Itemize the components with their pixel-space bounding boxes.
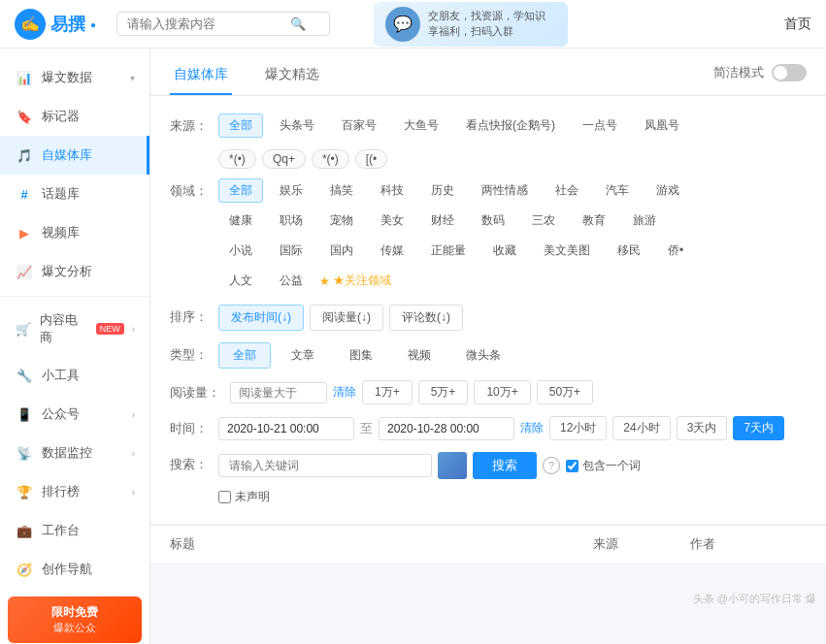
domain-btn-gongyi[interactable]: 公益	[269, 269, 314, 293]
source-btn-fenghuang[interactable]: 凤凰号	[634, 113, 690, 138]
read-btn-10w[interactable]: 10万+	[474, 380, 530, 404]
time-to-input[interactable]	[379, 417, 514, 440]
source-btn-baijia[interactable]: 百家号	[331, 113, 387, 138]
sidebar-item-zi-mei-ti-ku[interactable]: 🎵 自媒体库	[0, 136, 149, 175]
help-icon[interactable]: ?	[543, 457, 560, 474]
tab-zi-mei-ti-ku[interactable]: 自媒体库	[170, 60, 232, 95]
domain-btn-guonei[interactable]: 国内	[319, 239, 364, 263]
domain-btn-shuma[interactable]: 数码	[471, 209, 515, 233]
read-count-input[interactable]	[230, 382, 327, 403]
sidebar-item-xiao-gong-ju[interactable]: 🔧 小工具	[0, 356, 149, 395]
read-btn-1w[interactable]: 1万+	[362, 380, 413, 404]
no-claim-checkbox[interactable]: 未声明	[218, 489, 270, 505]
promo-banner[interactable]: 限时免费 爆款公众	[8, 596, 142, 643]
domain-btn-caijing[interactable]: 财经	[420, 209, 465, 233]
sidebar-item-bao-wen-shuju[interactable]: 📊 爆文数据 ▾	[0, 58, 149, 97]
source-btn-kandian[interactable]: 看点快报(企鹅号)	[455, 113, 566, 138]
time-clear-btn[interactable]: 清除	[520, 420, 544, 436]
include-one-word-checkbox[interactable]: 包含一个词	[566, 458, 641, 474]
type-btn-article[interactable]: 文章	[277, 342, 329, 369]
domain-btn-all[interactable]: 全部	[218, 178, 263, 203]
sidebar-item-biao-ji-qi[interactable]: 🔖 标记器	[0, 97, 149, 136]
read-btn-5w[interactable]: 5万+	[418, 380, 469, 404]
domain-btn-yimin[interactable]: 移民	[607, 239, 651, 263]
time-btn-12h[interactable]: 12小时	[549, 416, 607, 440]
domain-btn-chongwu[interactable]: 宠物	[319, 209, 364, 233]
tab-bao-wen-jing-xuan[interactable]: 爆文精选	[261, 60, 323, 95]
source-tag-bi[interactable]: [(•	[355, 149, 388, 169]
domain-btn-xiaoqu[interactable]: 小说	[218, 239, 263, 263]
domain-btn-guoji[interactable]: 国际	[269, 239, 314, 263]
domain-btn-meiwen[interactable]: 美文美图	[533, 239, 601, 263]
header-search-input[interactable]	[127, 16, 282, 31]
domain-btn-jiaoyu[interactable]: 教育	[572, 209, 616, 233]
nav-home[interactable]: 首页	[784, 16, 811, 31]
source-btn-yidian[interactable]: 一点号	[572, 113, 628, 138]
domain-btn-yule[interactable]: 娱乐	[269, 178, 314, 203]
type-btn-photo[interactable]: 图集	[335, 342, 387, 369]
filter-panel: 来源： 全部 头条号 百家号 大鱼号 看点快报(企鹅号) 一点号 凤凰号 *(•…	[150, 96, 826, 523]
sort-btn-publish-time[interactable]: 发布时间(↓)	[218, 305, 304, 331]
source-btn-all[interactable]: 全部	[218, 113, 263, 138]
domain-btn-shoucang[interactable]: 收藏	[482, 239, 527, 263]
type-btn-video[interactable]: 视频	[393, 342, 446, 369]
table-header: 标题 来源 作者	[150, 525, 826, 563]
read-btn-50w[interactable]: 50万+	[537, 380, 593, 404]
watermark-area: 头条 @小可的写作日常 爆	[150, 563, 826, 611]
sidebar-item-shi-pin-ku[interactable]: ▶ 视频库	[0, 213, 149, 252]
time-from-input[interactable]	[218, 417, 354, 440]
search-color-picker[interactable]	[438, 452, 467, 479]
domain-btn-gaoxiao[interactable]: 搞笑	[319, 178, 364, 203]
source-btn-dayu[interactable]: 大鱼号	[393, 113, 449, 138]
read-clear-btn[interactable]: 清除	[333, 384, 356, 401]
no-claim-input[interactable]	[218, 491, 231, 503]
source-tag-wx[interactable]: *(•)	[218, 149, 256, 169]
domain-btn-shehui[interactable]: 社会	[545, 178, 589, 203]
sidebar-item-hua-ti-ku[interactable]: # 话题库	[0, 175, 149, 213]
time-btn-7d[interactable]: 7天内	[733, 416, 784, 440]
type-btn-weidoutiao[interactable]: 微头条	[451, 342, 515, 369]
sidebar-item-bao-wen-fenxi[interactable]: 📈 爆文分析	[0, 252, 149, 291]
sidebar-item-gong-zhong-hao[interactable]: 📱 公众号 ›	[0, 395, 149, 434]
domain-btn-renwen[interactable]: 人文	[218, 269, 263, 293]
search-button[interactable]: 搜索	[473, 452, 537, 479]
source-btn-toutiao[interactable]: 头条号	[269, 113, 325, 138]
sort-btn-comment-count[interactable]: 评论数(↓)	[389, 305, 463, 331]
domain-btn-sannong[interactable]: 三农	[521, 209, 566, 233]
domain-btn-zhichang[interactable]: 职场	[269, 209, 314, 233]
domain-btn-liangsex[interactable]: 两性情感	[471, 178, 539, 203]
simple-mode-toggle[interactable]: 简洁模式	[713, 64, 807, 91]
domain-options3: 小说 国际 国内 传媒 正能量 收藏 美文美图 移民 侨•	[218, 239, 807, 263]
domain-btn-lvyou[interactable]: 旅游	[622, 209, 667, 233]
chevron-right-icon: ›	[132, 487, 135, 498]
sidebar-label: 自媒体库	[42, 146, 92, 164]
time-btn-3d[interactable]: 3天内	[677, 416, 728, 440]
domain-btn-keji[interactable]: 科技	[370, 178, 414, 203]
source-tag-wb[interactable]: *(•)	[312, 149, 349, 169]
time-btn-24h[interactable]: 24小时	[612, 416, 670, 440]
sidebar-item-shu-ju-jian-kong[interactable]: 📡 数据监控 ›	[0, 434, 149, 472]
search-label: 搜索：	[170, 452, 209, 473]
domain-btn-qiche[interactable]: 汽车	[595, 178, 640, 203]
header-search-icon[interactable]: 🔍	[290, 16, 306, 31]
sidebar-item-chuang-zuo-dao-hang[interactable]: 🧭 创作导航	[0, 550, 149, 589]
toggle-switch[interactable]	[772, 64, 807, 81]
sidebar-item-gong-zuo-tai[interactable]: 💼 工作台	[0, 511, 149, 550]
include-one-word-input[interactable]	[566, 460, 578, 472]
source-tag-qq[interactable]: Qq+	[262, 149, 306, 169]
keyword-input[interactable]	[218, 454, 432, 477]
interest-area-link[interactable]: ★ ★关注领域	[319, 273, 391, 289]
domain-btn-zhengneng[interactable]: 正能量	[420, 239, 477, 263]
sort-btn-read-count[interactable]: 阅读量(↓)	[310, 305, 383, 331]
domain-btn-meinv[interactable]: 美女	[370, 209, 414, 233]
domain-btn-youxi[interactable]: 游戏	[645, 178, 690, 203]
promo-sub: 爆款公众	[16, 621, 134, 635]
domain-btn-lishi[interactable]: 历史	[420, 178, 465, 203]
sidebar-item-pai-hang-bang[interactable]: 🏆 排行榜 ›	[0, 472, 149, 511]
domain-btn-other[interactable]: 侨•	[657, 239, 694, 263]
domain-btn-jiankang[interactable]: 健康	[218, 209, 263, 233]
sidebar-label: 视频库	[42, 224, 80, 242]
type-btn-all[interactable]: 全部	[218, 342, 271, 369]
sidebar-item-nei-rong-dianshang[interactable]: 🛒 内容电商 NEW ›	[0, 302, 149, 356]
domain-btn-chuanmei[interactable]: 传媒	[370, 239, 414, 263]
